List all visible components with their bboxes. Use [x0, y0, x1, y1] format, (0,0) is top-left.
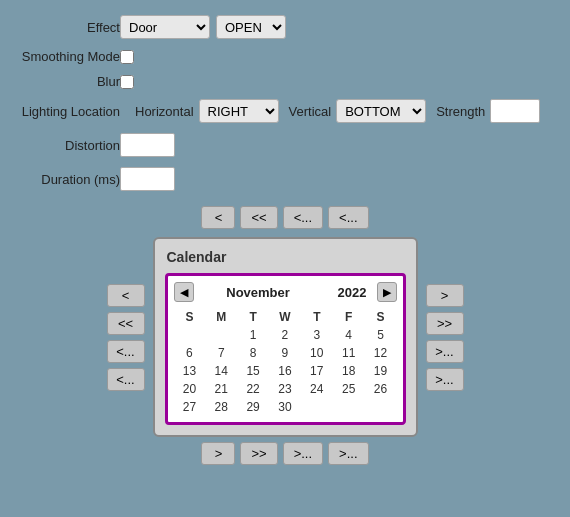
cal-year: 2022	[338, 285, 367, 300]
calendar-day[interactable]: 27	[174, 398, 206, 416]
cal-weekday: T	[301, 308, 333, 326]
smoothing-label: Smoothing Mode	[10, 49, 120, 64]
side-right-btn4[interactable]: >...	[426, 368, 464, 391]
calendar-widget: Calendar ◀ November 2022 ▶ SMTWTFS 12345…	[153, 237, 418, 437]
duration-input[interactable]: 750	[120, 167, 175, 191]
calendar-day[interactable]: 10	[301, 344, 333, 362]
calendar-day	[205, 326, 237, 344]
calendar-day[interactable]: 2	[269, 326, 301, 344]
blur-label: Blur	[10, 74, 120, 89]
nav-top-prev2[interactable]: <<	[240, 206, 277, 229]
cal-weekday: W	[269, 308, 301, 326]
nav-top-prev[interactable]: <	[201, 206, 235, 229]
calendar-row: 20212223242526	[174, 380, 397, 398]
effect-label: Effect	[10, 20, 120, 35]
calendar-day[interactable]: 17	[301, 362, 333, 380]
calendar-day	[365, 398, 397, 416]
calendar-grid: SMTWTFS 12345678910111213141516171819202…	[174, 308, 397, 416]
duration-label: Duration (ms)	[10, 172, 120, 187]
calendar-day[interactable]: 12	[365, 344, 397, 362]
side-right-btn3[interactable]: >...	[426, 340, 464, 363]
calendar-day[interactable]: 30	[269, 398, 301, 416]
calendar-day[interactable]: 24	[301, 380, 333, 398]
calendar-day[interactable]: 8	[237, 344, 269, 362]
side-left-btn2[interactable]: <<	[107, 312, 145, 335]
cal-next-btn[interactable]: ▶	[377, 282, 397, 302]
cal-weekday: S	[365, 308, 397, 326]
nav-bottom-next4[interactable]: >...	[328, 442, 368, 465]
side-left-btn4[interactable]: <...	[107, 368, 145, 391]
calendar-day[interactable]: 25	[333, 380, 365, 398]
calendar-day[interactable]: 15	[237, 362, 269, 380]
calendar-inner: ◀ November 2022 ▶ SMTWTFS 12345678910111…	[165, 273, 406, 425]
calendar-day[interactable]: 13	[174, 362, 206, 380]
strength-input[interactable]: 7.5	[490, 99, 540, 123]
smoothing-checkbox[interactable]	[120, 50, 134, 64]
calendar-day	[174, 326, 206, 344]
distortion-label: Distortion	[10, 138, 120, 153]
calendar-day[interactable]: 28	[205, 398, 237, 416]
side-left-btn1[interactable]: <	[107, 284, 145, 307]
vertical-dropdown[interactable]: BOTTOM TOP CENTER	[336, 99, 426, 123]
calendar-day[interactable]: 7	[205, 344, 237, 362]
nav-bottom-next1[interactable]: >	[201, 442, 235, 465]
nav-bottom-next2[interactable]: >>	[240, 442, 277, 465]
calendar-day[interactable]: 21	[205, 380, 237, 398]
calendar-day[interactable]: 11	[333, 344, 365, 362]
calendar-day[interactable]: 20	[174, 380, 206, 398]
calendar-day[interactable]: 29	[237, 398, 269, 416]
side-right-btn1[interactable]: >	[426, 284, 464, 307]
calendar-row: 6789101112	[174, 344, 397, 362]
calendar-day[interactable]: 9	[269, 344, 301, 362]
cal-prev-btn[interactable]: ◀	[174, 282, 194, 302]
calendar-day[interactable]: 1	[237, 326, 269, 344]
calendar-day[interactable]: 26	[365, 380, 397, 398]
calendar-day[interactable]: 14	[205, 362, 237, 380]
blur-checkbox[interactable]	[120, 75, 134, 89]
nav-top-prev3[interactable]: <...	[283, 206, 323, 229]
calendar-day[interactable]: 16	[269, 362, 301, 380]
calendar-title: Calendar	[165, 249, 406, 265]
side-right-btn2[interactable]: >>	[426, 312, 464, 335]
horizontal-label: Horizontal	[135, 104, 194, 119]
strength-label: Strength	[436, 104, 485, 119]
distortion-input[interactable]: 20	[120, 133, 175, 157]
cal-weekday: T	[237, 308, 269, 326]
calendar-day[interactable]: 6	[174, 344, 206, 362]
calendar-day[interactable]: 5	[365, 326, 397, 344]
lighting-label: Lighting Location	[10, 104, 120, 119]
calendar-day[interactable]: 23	[269, 380, 301, 398]
calendar-day[interactable]: 4	[333, 326, 365, 344]
nav-bottom-next3[interactable]: >...	[283, 442, 323, 465]
calendar-row: 12345	[174, 326, 397, 344]
calendar-day[interactable]: 3	[301, 326, 333, 344]
calendar-row: 13141516171819	[174, 362, 397, 380]
horizontal-dropdown[interactable]: RIGHT LEFT CENTER	[199, 99, 279, 123]
calendar-day	[301, 398, 333, 416]
calendar-day[interactable]: 22	[237, 380, 269, 398]
effect-dropdown[interactable]: Door Fade Slide	[120, 15, 210, 39]
nav-top-prev4[interactable]: <...	[328, 206, 368, 229]
cal-month: November	[194, 285, 323, 300]
calendar-day[interactable]: 19	[365, 362, 397, 380]
calendar-row: 27282930	[174, 398, 397, 416]
side-left-btn3[interactable]: <...	[107, 340, 145, 363]
open-close-dropdown[interactable]: OPEN CLOSE	[216, 15, 286, 39]
calendar-day[interactable]: 18	[333, 362, 365, 380]
calendar-day	[333, 398, 365, 416]
cal-weekday: F	[333, 308, 365, 326]
cal-weekday: S	[174, 308, 206, 326]
cal-weekday: M	[205, 308, 237, 326]
vertical-label: Vertical	[289, 104, 332, 119]
